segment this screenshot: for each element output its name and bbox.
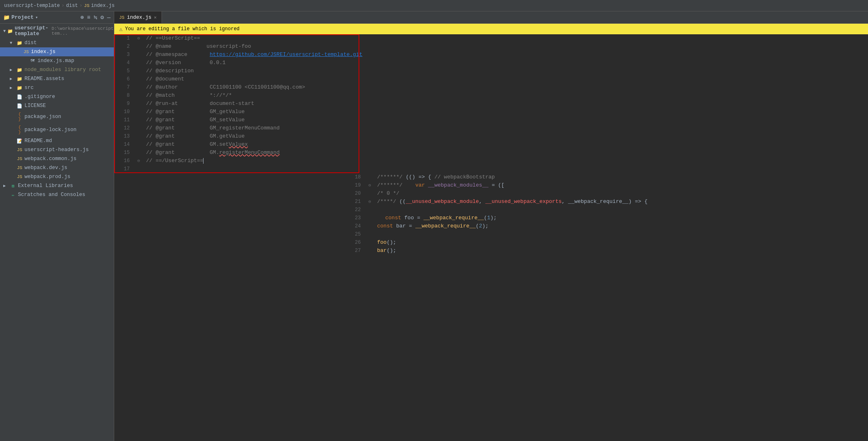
- gutter-24: [366, 222, 374, 230]
- external-libs-icon: ⊞: [10, 183, 16, 189]
- line-num-27: 27: [114, 247, 366, 255]
- line-num-22: 22: [114, 206, 366, 214]
- line-code-5: // @description: [143, 67, 366, 75]
- code-line-8: 8 // @match *://*/*: [114, 91, 366, 100]
- code-line-2: 2 // @name userscript-foo: [114, 42, 366, 51]
- folder-icon-root: 📁: [7, 29, 13, 34]
- fold-marker-16[interactable]: ⊖: [135, 157, 143, 165]
- gutter-18: [366, 173, 374, 181]
- tree-item-userscript-headers[interactable]: JS userscript-headers.js: [0, 145, 114, 154]
- fold-marker-21[interactable]: ⊖: [366, 198, 374, 206]
- tree-item-license[interactable]: 📄 LICENSE: [0, 101, 114, 110]
- tree-label-external-libs: External Libraries: [18, 183, 73, 189]
- code-line-18: 18 /******/ (() => { // webpackBootstrap: [114, 173, 868, 181]
- js-icon-userscript-headers: JS: [16, 147, 23, 152]
- js-file-icon-sidebar: JS: [23, 49, 29, 54]
- folder-icon-node-modules: 📁: [16, 67, 23, 73]
- gutter-14: [135, 140, 143, 149]
- tree-item-readme-assets[interactable]: ▶ 📁 README.assets: [0, 74, 114, 83]
- line-code-23: const foo = __webpack_require__(1);: [374, 214, 868, 222]
- tree-label-node-modules: node_modules: [24, 67, 61, 73]
- line-code-27: bar();: [374, 247, 868, 255]
- line-code-1: // ==UserScript==: [143, 34, 366, 42]
- tree-item-readme-md[interactable]: 📝 README.md: [0, 136, 114, 145]
- gutter-17: [135, 165, 143, 173]
- warning-icon: ⚠: [119, 26, 122, 33]
- scratches-icon: ✏: [10, 192, 16, 198]
- tree-item-package-lock-json[interactable]: { } package-lock.json: [0, 123, 114, 136]
- expand-all-icon[interactable]: ≡: [87, 14, 90, 21]
- tab-close-button[interactable]: ✕: [154, 15, 157, 20]
- gutter-7: [135, 83, 143, 91]
- code-line-24: 24 const bar = __webpack_require__(2);: [114, 222, 868, 230]
- gutter-26: [366, 238, 374, 247]
- tree-item-node-modules[interactable]: ▶ 📁 node_modules library root: [0, 65, 114, 74]
- project-dropdown-arrow[interactable]: ▾: [35, 15, 38, 20]
- code-line-20: 20 /* 0 */: [114, 189, 868, 198]
- code-line-3: 3 // @namespace https://github.com/JSREI…: [114, 51, 366, 59]
- settings-icon[interactable]: ⚙: [100, 14, 104, 21]
- locate-icon[interactable]: ⊕: [80, 14, 84, 21]
- line-code-6: // @document: [143, 75, 366, 83]
- line-code-20: /* 0 */: [374, 189, 868, 198]
- code-line-16: 16 ⊖ // ==/UserScript==: [114, 157, 366, 165]
- tree-label-dist: dist: [24, 40, 37, 46]
- line-code-8: // @match *://*/*: [143, 91, 366, 100]
- map-file-icon: 🗺: [29, 58, 36, 63]
- line-code-9: // @run-at document-start: [143, 100, 366, 108]
- tab-index-js[interactable]: JS index.js ✕: [114, 11, 162, 23]
- tree-item-index-js[interactable]: JS index.js: [0, 47, 114, 56]
- code-line-27: 27 bar();: [114, 247, 868, 255]
- tree-item-webpack-common[interactable]: JS webpack.common.js: [0, 154, 114, 163]
- collapse-all-icon[interactable]: ≒: [94, 14, 97, 21]
- tree-item-scratches[interactable]: ✏ Scratches and Consoles: [0, 190, 114, 199]
- gutter-9: [135, 100, 143, 108]
- minimize-icon[interactable]: —: [107, 14, 111, 21]
- gutter-2: [135, 42, 143, 51]
- project-label[interactable]: 📁 Project ▾: [3, 14, 38, 21]
- tree-item-root[interactable]: ▼ 📁 userscript-template D:\workspace\use…: [0, 24, 114, 38]
- gutter-20: [366, 189, 374, 198]
- line-num-2: 2: [114, 42, 135, 51]
- breadcrumb-part-3[interactable]: index.js: [91, 3, 115, 9]
- line-num-11: 11: [114, 116, 135, 124]
- tree-item-src[interactable]: ▶ 📁 src: [0, 83, 114, 92]
- code-line-1: 1 ⊖ // ==UserScript==: [114, 34, 366, 42]
- gutter-10: [135, 108, 143, 116]
- json-icon-package: { }: [16, 112, 23, 122]
- expand-arrow-src: ▶: [10, 85, 15, 90]
- breadcrumb-part-2[interactable]: dist: [66, 3, 78, 9]
- line-num-20: 20: [114, 189, 366, 198]
- tree-label-webpack-dev: webpack.dev.js: [24, 165, 67, 171]
- tree-item-webpack-dev[interactable]: JS webpack.dev.js: [0, 163, 114, 172]
- tree-label-license: LICENSE: [24, 103, 46, 109]
- tree-item-webpack-prod[interactable]: JS webpack.prod.js: [0, 172, 114, 181]
- folder-icon-dist: 📁: [16, 40, 23, 46]
- fold-marker-1[interactable]: ⊖: [135, 34, 143, 42]
- line-num-12: 12: [114, 124, 135, 132]
- tree-item-gitignore[interactable]: 📄 .gitignore: [0, 92, 114, 101]
- tree-item-dist[interactable]: ▼ 📁 dist: [0, 38, 114, 47]
- line-num-8: 8: [114, 91, 135, 100]
- sidebar-toolbar-icons: ⊕ ≡ ≒ ⚙ —: [80, 14, 111, 21]
- gutter-22: [366, 206, 374, 214]
- line-num-10: 10: [114, 108, 135, 116]
- code-content: 1 ⊖ // ==UserScript== 2 // @name userscr…: [114, 34, 868, 255]
- line-code-14: // @grant GM.setValuex: [143, 140, 366, 149]
- gutter-4: [135, 59, 143, 67]
- tree-item-external-libs[interactable]: ▶ ⊞ External Libraries: [0, 181, 114, 190]
- gutter-3: [135, 51, 143, 59]
- fold-marker-19[interactable]: ⊖: [366, 181, 374, 189]
- tab-js-icon: JS: [119, 15, 124, 20]
- code-line-17: 17: [114, 165, 366, 173]
- breadcrumb-part-1[interactable]: userscript-template: [4, 3, 60, 9]
- breadcrumb: userscript-template › dist › JS index.js: [0, 0, 868, 11]
- line-code-16: // ==/UserScript==: [143, 157, 366, 165]
- folder-icon-readme-assets: 📁: [16, 76, 23, 82]
- code-editor[interactable]: 1 ⊖ // ==UserScript== 2 // @name userscr…: [114, 34, 868, 441]
- tree-label-src: src: [24, 85, 34, 91]
- tree-item-index-js-map[interactable]: 🗺 index.js.map: [0, 56, 114, 65]
- code-line-12: 12 // @grant GM_registerMenuCommand: [114, 124, 366, 132]
- tree-item-package-json[interactable]: { } package.json: [0, 110, 114, 123]
- tree-label-root: userscript-template: [15, 25, 49, 37]
